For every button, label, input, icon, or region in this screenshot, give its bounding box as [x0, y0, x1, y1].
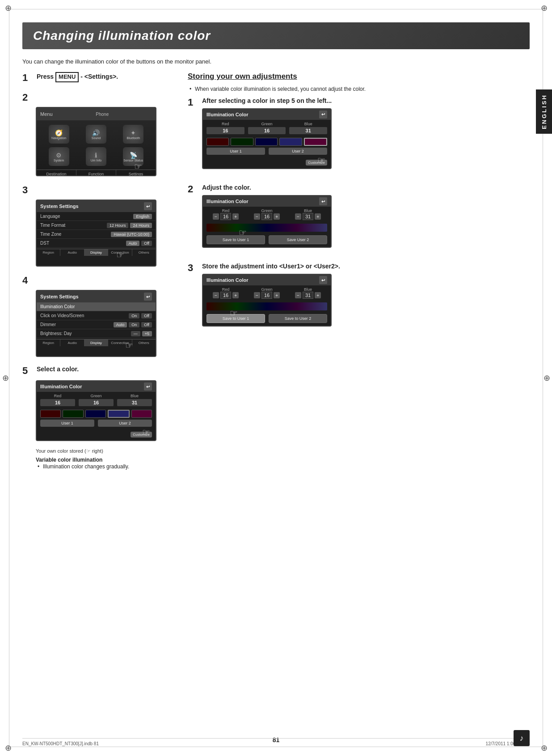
blue-minus[interactable]: −: [295, 213, 301, 220]
illum-save-row-r3: Save to User 1 Save to User 2: [203, 312, 331, 326]
page-title: Changing illumination color: [33, 29, 519, 43]
color-gradient-bar: [206, 224, 327, 232]
swatch-r1-4: [279, 138, 302, 146]
step-1-text: Press MENU - <Settings>.: [37, 72, 118, 82]
footer: EN_KW-NT500HDT_NT300[J].indb 81 12/7/201…: [22, 738, 530, 746]
swatch-4: [108, 410, 129, 418]
blue-plus-3[interactable]: +: [315, 292, 321, 298]
illum-col-blue-r1: Blue 31: [289, 122, 327, 134]
ctrl-blue-r3: Blue − 31 +: [289, 287, 327, 299]
red-minus-3[interactable]: −: [213, 292, 219, 298]
sys-row-timezone: Time Zone Hawaii (UTC-10:00): [37, 230, 156, 239]
user1-btn-5[interactable]: User 1: [40, 420, 94, 427]
green-minus[interactable]: −: [254, 213, 260, 220]
swatch-1: [40, 410, 61, 418]
step-5-num: 5: [22, 365, 31, 377]
step-3-label: 3: [22, 184, 174, 196]
illum-back-r3: ↩: [319, 276, 327, 284]
red-minus[interactable]: −: [213, 213, 219, 220]
user2-btn-r1[interactable]: User 2: [269, 148, 327, 155]
ctrl-val-green: − 16 +: [248, 213, 286, 220]
two-column-layout: 1 Press MENU - <Settings>. 2 Menu Phon: [22, 72, 530, 479]
sound-icon: 🔊 Sound: [86, 125, 106, 144]
right-step-2: 2 Adjust the color. Illumination Color ↩…: [188, 183, 530, 255]
sys-row-brightness: Brightness: Day — +5: [37, 329, 156, 338]
menu-screen: Menu Phone 🧭 Navigation 🔊 Sound: [36, 107, 156, 176]
blue-minus-3[interactable]: −: [295, 292, 301, 298]
ctrl-val-blue-3: − 31 +: [289, 292, 327, 299]
step-5-label: 5 Select a color.: [22, 365, 174, 377]
menu-tab-function: Function: [76, 170, 116, 176]
red-val-3: 16: [220, 292, 231, 299]
blue-plus[interactable]: +: [315, 213, 321, 220]
save-user2-btn-r3[interactable]: Save to User 2: [269, 314, 327, 323]
save-user1-btn-r2[interactable]: Save to User 1: [206, 235, 265, 244]
illum-col-red-5: Red 16: [40, 394, 75, 406]
right-step-2-num: 2: [188, 183, 197, 195]
english-label: ENGLISH: [541, 94, 548, 129]
sys-back-btn-4: ↩: [144, 293, 152, 301]
right-step-3-content: Store the adjustment into <User1> or <Us…: [202, 262, 340, 334]
green-minus-3[interactable]: −: [254, 292, 260, 298]
menu-top-bar: Menu Phone: [37, 108, 156, 120]
illumination-changes-note: Illumination color changes gradually.: [36, 463, 174, 471]
swatch-2: [63, 410, 83, 418]
step-3-num: 3: [22, 184, 31, 196]
swatch-r1-2: [231, 138, 253, 146]
sys-row-click: Click on Video/Screen On Off: [37, 311, 156, 320]
step-2-label: 2: [22, 92, 174, 103]
right-step-3-text: Store the adjustment into <User1> or <Us…: [202, 262, 340, 270]
cursor-hand-r2: ☞: [239, 227, 247, 238]
footer-left: EN_KW-NT500HDT_NT300[J].indb 81: [22, 741, 99, 746]
ctrl-val-red-3: − 16 +: [206, 292, 245, 299]
menu-icons-top: 🧭 Navigation 🔊 Sound ✦ Bluetooth: [37, 120, 156, 146]
menu-tab-destination: Destination: [37, 170, 76, 176]
illum-swatches-5: [37, 408, 156, 420]
blue-val: 31: [303, 213, 313, 220]
annotation-line: Your own color stored (☞ right): [36, 448, 174, 454]
reg-mark-br: ⊕: [539, 743, 548, 752]
save-user2-btn-r2[interactable]: Save User 2: [269, 235, 327, 244]
system-icon: ⚙ System: [49, 147, 69, 166]
step-1-block: 1 Press MENU - <Settings>.: [22, 72, 174, 84]
illum-col-green-r1: Green 16: [248, 122, 286, 134]
right-step-3: 3 Store the adjustment into <User1> or <…: [188, 262, 530, 334]
illum-ctrl-row-r2: Red − 16 + Green −: [203, 207, 331, 222]
ctrl-val-green-3: − 16 +: [248, 292, 286, 299]
user1-btn-r1[interactable]: User 1: [206, 148, 265, 155]
menu-title: Menu: [40, 111, 53, 117]
bluetooth-icon: ✦ Bluetooth: [123, 125, 143, 144]
step-2-num: 2: [22, 92, 31, 103]
swatch-5: [131, 410, 152, 418]
step-5-block: 5 Select a color. Illumination Color ↩ R…: [22, 365, 174, 471]
sys-row-illum-color: Illumination Color: [37, 302, 156, 311]
phone-label: Phone: [96, 112, 109, 117]
step-4-num: 4: [22, 275, 31, 286]
right-step-1-num: 1: [188, 97, 197, 108]
section-bullet: When variable color illumination is sele…: [188, 85, 530, 93]
section-heading: Storing your own adjustments: [188, 72, 530, 81]
color-gradient-bar-3: [206, 302, 327, 310]
sys-back-btn-3: ↩: [144, 202, 152, 210]
sys-screen-3: System Settings ↩ Language English Time …: [36, 200, 156, 267]
step-4-label: 4: [22, 275, 174, 286]
english-tab: ENGLISH: [536, 89, 552, 134]
sys-tab-display: Display: [84, 249, 108, 256]
cursor-hand-4: ☞: [125, 340, 133, 351]
illum-screen-right-2: Illumination Color ↩ Red − 16 +: [202, 195, 332, 248]
red-plus[interactable]: +: [232, 213, 239, 220]
green-plus-3[interactable]: +: [274, 292, 280, 298]
sys-title-3: System Settings ↩: [37, 200, 156, 212]
sys-tab-region-4: Region: [37, 340, 60, 346]
illum-cols-r1: Red 16 Green 16 Blue 31: [203, 120, 331, 136]
music-note-box: ♪: [514, 730, 530, 746]
ctrl-green-r3: Green − 16 +: [248, 287, 286, 299]
illum-title-r1: Illumination Color ↩: [203, 109, 331, 120]
green-plus[interactable]: +: [274, 213, 280, 220]
illum-screen-step5: Illumination Color ↩ Red 16 Green 16: [36, 380, 156, 441]
right-step-2-content: Adjust the color. Illumination Color ↩ R…: [202, 183, 332, 255]
step-1-label: 1 Press MENU - <Settings>.: [22, 72, 174, 84]
ctrl-blue-r2: Blue − 31 +: [289, 208, 327, 220]
user2-btn-5[interactable]: User 2: [98, 420, 152, 427]
red-plus-3[interactable]: +: [232, 292, 239, 298]
